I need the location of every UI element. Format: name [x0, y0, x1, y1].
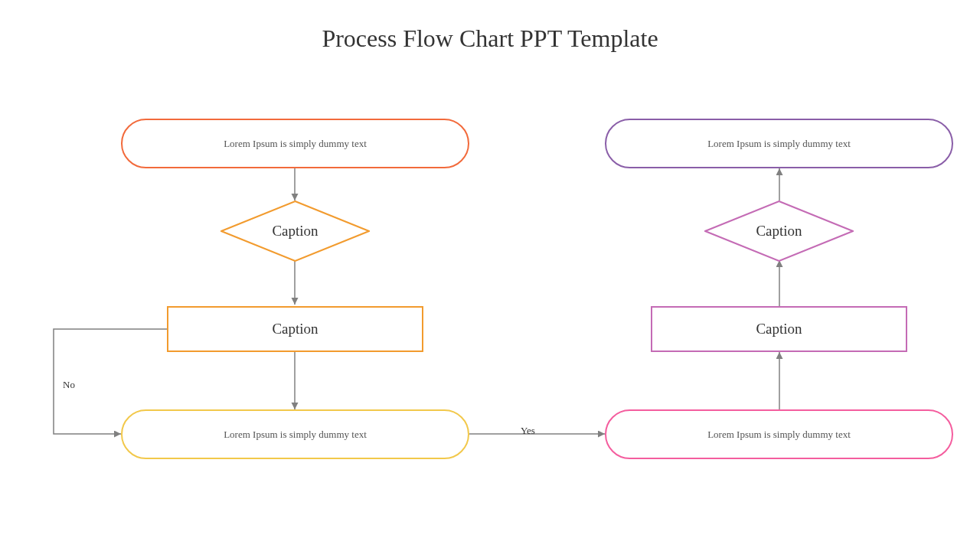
left-terminator-top-text: Lorem Ipsum is simply dummy text	[224, 138, 367, 150]
left-process-text: Caption	[272, 321, 318, 337]
right-process-text: Caption	[756, 321, 802, 337]
right-decision-text: Caption	[704, 201, 854, 262]
left-decision-text: Caption	[220, 201, 370, 262]
right-process: Caption	[651, 306, 907, 352]
left-terminator-bottom: Lorem Ipsum is simply dummy text	[121, 409, 469, 459]
right-decision: Caption	[704, 201, 854, 262]
page-title: Process Flow Chart PPT Template	[0, 24, 980, 53]
right-terminator-top: Lorem Ipsum is simply dummy text	[605, 119, 953, 168]
right-terminator-bottom: Lorem Ipsum is simply dummy text	[605, 409, 953, 459]
left-decision: Caption	[220, 201, 370, 262]
flow-arrows	[0, 0, 980, 551]
yes-label: Yes	[521, 425, 535, 437]
right-terminator-top-text: Lorem Ipsum is simply dummy text	[707, 138, 851, 150]
left-terminator-top: Lorem Ipsum is simply dummy text	[121, 119, 469, 168]
left-terminator-bottom-text: Lorem Ipsum is simply dummy text	[224, 429, 367, 441]
left-process: Caption	[167, 306, 423, 352]
no-label: No	[63, 379, 75, 391]
right-terminator-bottom-text: Lorem Ipsum is simply dummy text	[707, 429, 851, 441]
